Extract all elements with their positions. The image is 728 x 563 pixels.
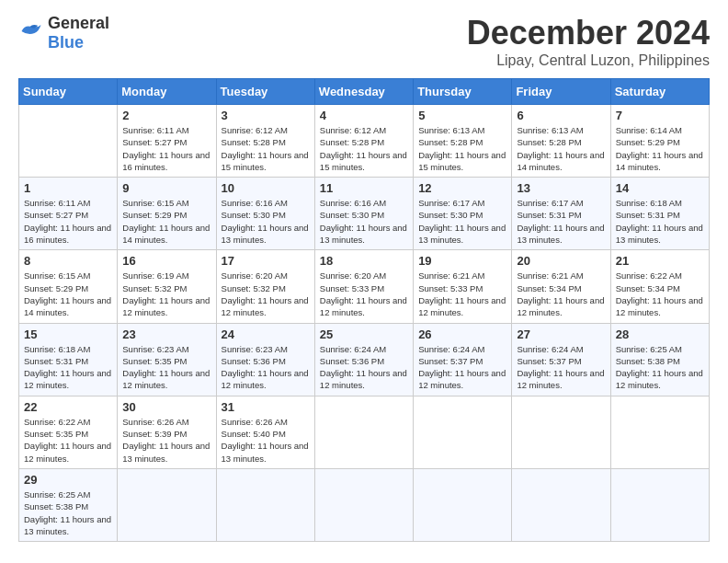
day-info: Sunrise: 6:25 AM Sunset: 5:38 PM Dayligh… [24, 488, 112, 537]
day-cell [118, 468, 216, 541]
day-cell: 20Sunrise: 6:21 AM Sunset: 5:34 PM Dayli… [512, 250, 610, 323]
day-info: Sunrise: 6:14 AM Sunset: 5:29 PM Dayligh… [616, 124, 704, 173]
day-info: Sunrise: 6:12 AM Sunset: 5:28 PM Dayligh… [320, 124, 408, 173]
day-cell: 25Sunrise: 6:24 AM Sunset: 5:36 PM Dayli… [314, 323, 413, 396]
day-cell [610, 396, 709, 468]
day-number: 4 [320, 109, 408, 122]
day-cell: 31Sunrise: 6:26 AM Sunset: 5:40 PM Dayli… [216, 396, 314, 468]
day-info: Sunrise: 6:20 AM Sunset: 5:32 PM Dayligh… [222, 270, 310, 318]
day-number: 27 [517, 327, 605, 341]
header-cell-tuesday: Tuesday [216, 79, 314, 105]
day-number: 11 [320, 181, 408, 195]
day-cell [19, 105, 118, 178]
header-cell-thursday: Thursday [414, 79, 512, 105]
day-cell [610, 468, 709, 541]
day-info: Sunrise: 6:18 AM Sunset: 5:31 PM Dayligh… [616, 197, 704, 246]
logo-blue: Blue [48, 33, 84, 52]
day-cell: 14Sunrise: 6:18 AM Sunset: 5:31 PM Dayli… [610, 178, 709, 250]
header-cell-sunday: Sunday [19, 79, 118, 105]
day-number: 10 [222, 181, 310, 195]
day-info: Sunrise: 6:24 AM Sunset: 5:36 PM Dayligh… [320, 343, 408, 392]
week-row-1: 1Sunrise: 6:11 AM Sunset: 5:27 PM Daylig… [19, 178, 710, 250]
day-cell: 1Sunrise: 6:11 AM Sunset: 5:27 PM Daylig… [19, 178, 118, 250]
day-info: Sunrise: 6:16 AM Sunset: 5:30 PM Dayligh… [222, 197, 310, 246]
day-info: Sunrise: 6:26 AM Sunset: 5:39 PM Dayligh… [122, 416, 210, 465]
location-title: Lipay, Central Luzon, Philippines [467, 52, 710, 69]
day-info: Sunrise: 6:13 AM Sunset: 5:28 PM Dayligh… [418, 124, 506, 173]
day-number: 15 [24, 327, 112, 341]
day-cell: 3Sunrise: 6:12 AM Sunset: 5:28 PM Daylig… [216, 105, 314, 178]
day-info: Sunrise: 6:22 AM Sunset: 5:34 PM Dayligh… [616, 270, 704, 318]
day-number: 29 [24, 473, 112, 487]
title-area: December 2024 Lipay, Central Luzon, Phil… [467, 14, 710, 69]
calendar-body: 2Sunrise: 6:11 AM Sunset: 5:27 PM Daylig… [19, 105, 710, 542]
day-number: 14 [616, 181, 704, 195]
header: General Blue December 2024 Lipay, Centra… [18, 14, 710, 69]
header-cell-monday: Monday [118, 79, 216, 105]
day-number: 2 [122, 109, 210, 122]
header-cell-friday: Friday [512, 79, 610, 105]
day-cell: 11Sunrise: 6:16 AM Sunset: 5:30 PM Dayli… [314, 178, 413, 250]
day-info: Sunrise: 6:24 AM Sunset: 5:37 PM Dayligh… [517, 343, 605, 392]
day-cell [216, 468, 314, 541]
day-info: Sunrise: 6:21 AM Sunset: 5:33 PM Dayligh… [418, 270, 506, 318]
week-row-3: 15Sunrise: 6:18 AM Sunset: 5:31 PM Dayli… [19, 323, 710, 396]
day-cell: 28Sunrise: 6:25 AM Sunset: 5:38 PM Dayli… [610, 323, 709, 396]
day-cell: 30Sunrise: 6:26 AM Sunset: 5:39 PM Dayli… [118, 396, 216, 468]
day-info: Sunrise: 6:19 AM Sunset: 5:32 PM Dayligh… [122, 270, 210, 318]
day-number: 16 [122, 254, 210, 268]
day-info: Sunrise: 6:16 AM Sunset: 5:30 PM Dayligh… [320, 197, 408, 246]
day-info: Sunrise: 6:23 AM Sunset: 5:36 PM Dayligh… [222, 343, 310, 392]
week-row-0: 2Sunrise: 6:11 AM Sunset: 5:27 PM Daylig… [19, 105, 710, 178]
logo-general: General [48, 14, 109, 32]
day-cell: 26Sunrise: 6:24 AM Sunset: 5:37 PM Dayli… [414, 323, 512, 396]
day-number: 1 [24, 181, 112, 195]
day-info: Sunrise: 6:20 AM Sunset: 5:33 PM Dayligh… [320, 270, 408, 318]
day-number: 21 [616, 254, 704, 268]
day-number: 3 [222, 109, 310, 122]
day-cell: 8Sunrise: 6:15 AM Sunset: 5:29 PM Daylig… [19, 250, 118, 323]
day-cell [414, 468, 512, 541]
day-cell [314, 396, 413, 468]
day-cell: 12Sunrise: 6:17 AM Sunset: 5:30 PM Dayli… [414, 178, 512, 250]
day-info: Sunrise: 6:15 AM Sunset: 5:29 PM Dayligh… [122, 197, 210, 246]
day-cell: 13Sunrise: 6:17 AM Sunset: 5:31 PM Dayli… [512, 178, 610, 250]
calendar-header: SundayMondayTuesdayWednesdayThursdayFrid… [19, 79, 710, 105]
day-number: 25 [320, 327, 408, 341]
header-cell-wednesday: Wednesday [314, 79, 413, 105]
day-cell: 4Sunrise: 6:12 AM Sunset: 5:28 PM Daylig… [314, 105, 413, 178]
day-number: 17 [222, 254, 310, 268]
day-info: Sunrise: 6:18 AM Sunset: 5:31 PM Dayligh… [24, 343, 112, 392]
day-cell: 29Sunrise: 6:25 AM Sunset: 5:38 PM Dayli… [19, 468, 118, 541]
day-info: Sunrise: 6:25 AM Sunset: 5:38 PM Dayligh… [616, 343, 704, 392]
header-cell-saturday: Saturday [610, 79, 709, 105]
day-number: 8 [24, 254, 112, 268]
day-cell [414, 396, 512, 468]
day-number: 13 [517, 181, 605, 195]
day-info: Sunrise: 6:24 AM Sunset: 5:37 PM Dayligh… [418, 343, 506, 392]
day-cell: 15Sunrise: 6:18 AM Sunset: 5:31 PM Dayli… [19, 323, 118, 396]
day-cell: 22Sunrise: 6:22 AM Sunset: 5:35 PM Dayli… [19, 396, 118, 468]
day-cell: 10Sunrise: 6:16 AM Sunset: 5:30 PM Dayli… [216, 178, 314, 250]
week-row-4: 22Sunrise: 6:22 AM Sunset: 5:35 PM Dayli… [19, 396, 710, 468]
day-cell [314, 468, 413, 541]
day-number: 20 [517, 254, 605, 268]
day-info: Sunrise: 6:17 AM Sunset: 5:30 PM Dayligh… [418, 197, 506, 246]
day-cell [512, 396, 610, 468]
day-info: Sunrise: 6:23 AM Sunset: 5:35 PM Dayligh… [122, 343, 210, 392]
day-info: Sunrise: 6:21 AM Sunset: 5:34 PM Dayligh… [517, 270, 605, 318]
day-info: Sunrise: 6:15 AM Sunset: 5:29 PM Dayligh… [24, 270, 112, 318]
day-cell: 5Sunrise: 6:13 AM Sunset: 5:28 PM Daylig… [414, 105, 512, 178]
day-number: 26 [418, 327, 506, 341]
day-number: 23 [122, 327, 210, 341]
day-number: 9 [122, 181, 210, 195]
day-info: Sunrise: 6:26 AM Sunset: 5:40 PM Dayligh… [222, 416, 310, 465]
day-cell: 2Sunrise: 6:11 AM Sunset: 5:27 PM Daylig… [118, 105, 216, 178]
day-cell: 27Sunrise: 6:24 AM Sunset: 5:37 PM Dayli… [512, 323, 610, 396]
day-cell: 23Sunrise: 6:23 AM Sunset: 5:35 PM Dayli… [118, 323, 216, 396]
day-number: 7 [616, 109, 704, 122]
day-number: 28 [616, 327, 704, 341]
day-info: Sunrise: 6:12 AM Sunset: 5:28 PM Dayligh… [222, 124, 310, 173]
month-title: December 2024 [467, 14, 710, 52]
day-info: Sunrise: 6:17 AM Sunset: 5:31 PM Dayligh… [517, 197, 605, 246]
